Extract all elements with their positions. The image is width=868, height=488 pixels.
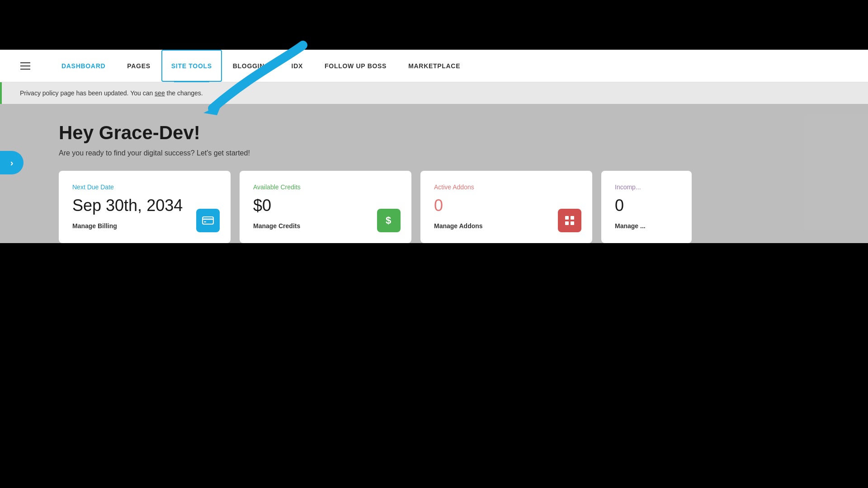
nav-item-dashboard[interactable]: DASHBOARD (51, 50, 116, 82)
card-incomplete-action[interactable]: Manage ... (615, 222, 678, 230)
card-credits: Available Credits $0 Manage Credits $ (240, 171, 411, 243)
card-credits-label: Available Credits (253, 183, 398, 191)
notification-link[interactable]: see (155, 89, 165, 97)
card-billing: Next Due Date Sep 30th, 2034 Manage Bill… (59, 171, 231, 243)
card-credits-icon: $ (377, 209, 401, 232)
nav-links: DASHBOARD PAGES SITE TOOLS BLOGGING IDX … (51, 50, 471, 82)
main-content: DASHBOARD PAGES SITE TOOLS BLOGGING IDX … (0, 50, 868, 243)
card-billing-icon (196, 209, 220, 232)
black-bottom-bar (0, 243, 868, 410)
svg-rect-8 (571, 221, 574, 225)
hamburger-line-3 (20, 69, 30, 70)
navbar: DASHBOARD PAGES SITE TOOLS BLOGGING IDX … (0, 50, 868, 82)
page-body: Privacy policy page has been updated. Yo… (0, 82, 868, 243)
card-addons-action[interactable]: Manage Addons (434, 222, 579, 230)
svg-rect-3 (204, 221, 206, 222)
card-addons-icon (558, 209, 581, 232)
svg-rect-7 (565, 221, 569, 225)
card-incomplete: Incomp... 0 Manage ... (601, 171, 692, 243)
card-credits-value: $0 (253, 196, 398, 215)
svg-rect-6 (571, 216, 574, 220)
card-incomplete-value: 0 (615, 196, 678, 215)
nav-item-blogging[interactable]: BLOGGING (222, 50, 281, 82)
hamburger-line-2 (20, 66, 30, 66)
nav-item-follow-up-boss[interactable]: FOLLOW UP BOSS (314, 50, 397, 82)
hamburger-menu[interactable] (18, 60, 33, 72)
side-panel-toggle[interactable]: › (0, 151, 24, 174)
svg-rect-5 (565, 216, 569, 220)
nav-item-idx[interactable]: IDX (281, 50, 314, 82)
card-billing-value: Sep 30th, 2034 (72, 196, 217, 215)
welcome-section: Hey Grace-Dev! Are you ready to find you… (0, 104, 868, 171)
hamburger-line-1 (20, 62, 30, 63)
card-addons: Active Addons 0 Manage Addons (420, 171, 592, 243)
card-addons-value: 0 (434, 196, 579, 215)
nav-item-marketplace[interactable]: MARKETPLACE (397, 50, 471, 82)
card-billing-label: Next Due Date (72, 183, 217, 191)
nav-item-site-tools[interactable]: SITE TOOLS (161, 50, 222, 82)
nav-item-pages[interactable]: PAGES (116, 50, 161, 82)
notification-text-after: the changes. (165, 89, 203, 97)
cards-row: Next Due Date Sep 30th, 2034 Manage Bill… (0, 171, 868, 243)
svg-rect-1 (203, 217, 213, 224)
card-incomplete-label: Incomp... (615, 183, 678, 191)
notification-text: Privacy policy page has been updated. Yo… (20, 89, 155, 97)
card-billing-action[interactable]: Manage Billing (72, 222, 217, 230)
side-panel: › (0, 151, 24, 174)
card-credits-action[interactable]: Manage Credits (253, 222, 398, 230)
notification-banner: Privacy policy page has been updated. Yo… (0, 82, 868, 104)
black-top-bar (0, 0, 868, 50)
svg-text:$: $ (386, 215, 391, 226)
card-addons-label: Active Addons (434, 183, 579, 191)
welcome-subtitle: Are you ready to find your digital succe… (59, 149, 809, 157)
welcome-title: Hey Grace-Dev! (59, 122, 809, 144)
